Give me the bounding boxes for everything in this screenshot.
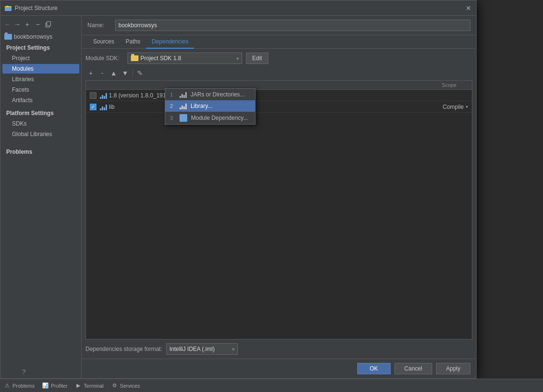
taskbar-services[interactable]: ⚙ Services [111, 382, 140, 389]
sidebar-item-libraries[interactable]: Libraries [2, 74, 79, 84]
tab-dependencies[interactable]: Dependencies [146, 35, 194, 49]
dropdown-item-num-3: 3 [170, 115, 176, 121]
dep-icon-lib [99, 103, 107, 111]
dialog-body: ← → + − bookborrowsys Project Settings P… [0, 16, 476, 378]
dialog-footer: OK Cancel Apply [82, 359, 476, 378]
dep-add-button[interactable]: + [85, 68, 96, 78]
back-button[interactable]: ← [3, 21, 12, 28]
forward-button[interactable]: → [13, 21, 21, 28]
services-icon: ⚙ [111, 382, 118, 389]
dep-name-lib: lib [109, 104, 430, 110]
module-item-bookborrowsys[interactable]: bookborrowsys [0, 32, 81, 42]
sidebar-item-global-libraries[interactable]: Global Libraries [2, 129, 79, 139]
sidebar-item-problems[interactable]: Problems [2, 147, 79, 157]
dep-move-down-button[interactable]: ▼ [120, 68, 130, 78]
scope-dropdown-arrow: ▾ [466, 104, 468, 109]
dropdown-module-icon [180, 114, 187, 122]
close-button[interactable]: ✕ [465, 4, 472, 12]
terminal-icon: ▶ [75, 382, 82, 389]
svg-rect-2 [6, 6, 9, 7]
sidebar-section-project-settings[interactable]: Project Settings [2, 43, 79, 53]
dep-remove-button[interactable]: - [97, 68, 107, 78]
dep-row-lib[interactable]: lib Compile ▾ [86, 101, 472, 113]
storage-select-arrow: ▾ [232, 347, 234, 352]
dep-name-sdk: 1.8 (version 1.8.0_191) [109, 92, 468, 99]
sidebar-item-sdks[interactable]: SDKs [2, 119, 79, 128]
sidebar-add-button[interactable]: + [22, 20, 32, 29]
sidebar-section-platform-settings[interactable]: Platform Settings [2, 108, 79, 118]
add-dependency-dropdown: 1 JARs or Directories... 2 Library... 3 … [165, 88, 256, 125]
svg-rect-1 [5, 7, 11, 11]
dropdown-item-jars[interactable]: 1 JARs or Directories... [165, 89, 255, 100]
dependencies-panel: Module SDK: Project SDK 1.8 ▾ Edit + - ▲… [82, 49, 476, 359]
scope-column-header: Scope [442, 82, 468, 88]
dialog-title-icon [4, 4, 12, 12]
dropdown-item-num-1: 1 [170, 92, 176, 97]
storage-row: Dependencies storage format: IntelliJ ID… [85, 343, 472, 355]
sidebar-copy-button[interactable] [43, 20, 53, 29]
dep-row-sdk[interactable]: 1.8 (version 1.8.0_191) [86, 90, 472, 101]
name-input[interactable] [115, 20, 470, 31]
dialog-titlebar: Project Structure ✕ [0, 0, 476, 16]
project-structure-dialog: Project Structure ✕ ← → + − [0, 0, 477, 379]
help-button[interactable]: ? [22, 368, 26, 376]
dep-icon-sdk [99, 92, 107, 99]
nav-toolbar: ← → + − [0, 18, 81, 31]
apply-button[interactable]: Apply [436, 363, 470, 374]
dep-checkbox-sdk[interactable] [90, 92, 96, 99]
dep-toolbar: + - ▲ ▼ ✎ [85, 68, 472, 78]
sidebar-item-artifacts[interactable]: Artifacts [2, 95, 79, 105]
dep-table-header: Scope [86, 81, 472, 90]
sdk-select[interactable]: Project SDK 1.8 ▾ [128, 53, 242, 64]
sidebar-remove-button[interactable]: − [33, 20, 43, 29]
dialog-title-text: Project Structure [15, 5, 462, 11]
sdk-select-arrow: ▾ [236, 56, 239, 61]
content-panel: Name: Sources Paths Dependencies Module … [82, 16, 476, 378]
sidebar-item-modules[interactable]: Modules [2, 64, 79, 74]
name-row: Name: [82, 16, 476, 35]
dropdown-jars-icon [180, 91, 187, 98]
dropdown-item-module-dep[interactable]: 3 Module Dependency... [165, 112, 255, 124]
storage-select[interactable]: IntelliJ IDEA (.iml) ▾ [166, 343, 238, 355]
storage-label: Dependencies storage format: [85, 346, 162, 352]
dep-scope-lib[interactable]: Compile ▾ [430, 104, 468, 110]
tab-paths[interactable]: Paths [120, 35, 146, 49]
problems-icon: ⚠ [4, 382, 11, 389]
ok-button[interactable]: OK [357, 363, 391, 374]
sdk-row: Module SDK: Project SDK 1.8 ▾ Edit [85, 53, 472, 64]
dropdown-item-library[interactable]: 2 Library... [165, 100, 255, 112]
sdk-label: Module SDK: [85, 55, 124, 62]
dep-edit-button[interactable]: ✎ [135, 68, 145, 78]
sidebar-item-project[interactable]: Project [2, 53, 79, 63]
taskbar-problems[interactable]: ⚠ Problems [4, 382, 34, 389]
dropdown-item-num-2: 2 [170, 103, 176, 109]
edit-sdk-button[interactable]: Edit [246, 53, 268, 64]
dropdown-library-icon [180, 103, 187, 109]
svg-rect-4 [47, 21, 51, 26]
sidebar-item-facets[interactable]: Facets [2, 85, 79, 95]
taskbar-terminal[interactable]: ▶ Terminal [75, 382, 104, 389]
dep-move-up-button[interactable]: ▲ [108, 68, 119, 78]
sdk-folder-icon [131, 55, 138, 61]
dep-table: Scope 1.8 (versio [85, 80, 472, 339]
module-folder-icon [4, 34, 12, 40]
taskbar-profiler[interactable]: 📊 Profiler [42, 382, 67, 389]
profiler-icon: 📊 [42, 382, 49, 389]
name-label: Name: [87, 22, 111, 29]
toolbar-separator [132, 69, 133, 77]
cancel-button[interactable]: Cancel [394, 363, 432, 374]
sidebar: ← → + − bookborrowsys Project Settings P… [0, 16, 82, 378]
tabs-row: Sources Paths Dependencies [82, 35, 476, 49]
taskbar: ⚠ Problems 📊 Profiler ▶ Terminal ⚙ Servi… [0, 379, 543, 392]
dep-checkbox-lib[interactable] [90, 104, 96, 110]
tab-sources[interactable]: Sources [87, 35, 120, 49]
